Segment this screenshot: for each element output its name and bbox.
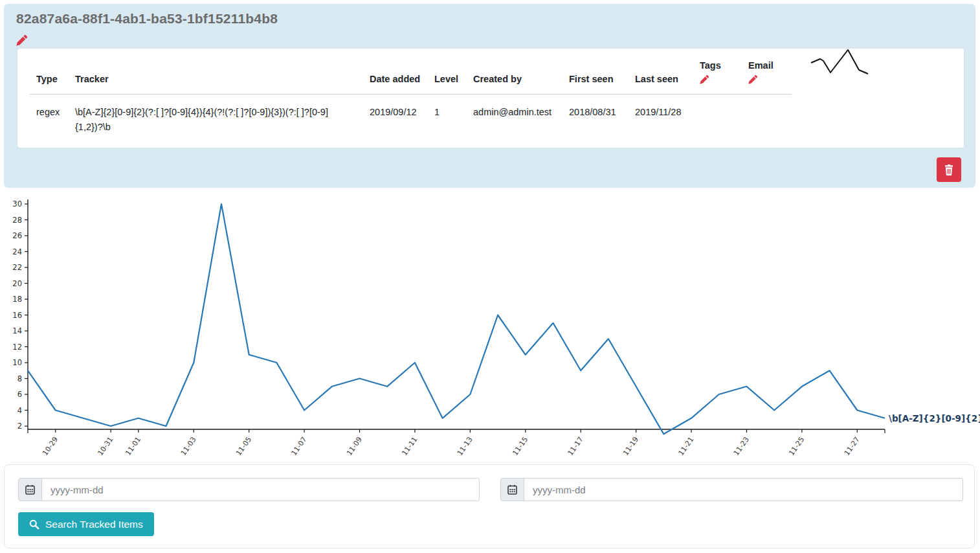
x-tick-label: 11-03 <box>179 435 198 457</box>
col-header-first-seen: First seen <box>562 49 629 95</box>
date-from-addon <box>18 478 42 501</box>
tags-label: Tags <box>700 60 721 71</box>
x-tick-label: 11-19 <box>621 435 640 457</box>
edit-tracker-pencil-icon[interactable] <box>16 35 27 46</box>
date-from-input[interactable] <box>42 478 480 501</box>
col-header-tags: Tags <box>693 49 742 95</box>
tracked-items-chart-svg: 2468101214161820222426283010-2910-3111-0… <box>0 194 980 463</box>
cell-tracker: \b[A-Z]{2}[0-9]{2}(?:[ ]?[0-9]{4}){4}(?!… <box>69 95 363 135</box>
col-header-email: Email <box>742 49 792 95</box>
y-tick-label: 4 <box>17 406 22 415</box>
date-from-group <box>18 478 480 501</box>
y-tick-label: 20 <box>12 279 22 288</box>
col-header-level: Level <box>428 49 467 95</box>
y-tick-label: 28 <box>12 216 22 225</box>
date-to-addon <box>500 478 524 501</box>
cell-last-seen: 2019/11/28 <box>629 95 693 135</box>
cell-type: regex <box>30 95 69 135</box>
col-header-date-added: Date added <box>363 49 428 95</box>
y-tick-label: 30 <box>12 199 22 209</box>
x-tick-label: 11-21 <box>677 435 696 457</box>
x-tick-label: 11-09 <box>345 435 364 457</box>
cell-tags <box>693 95 742 135</box>
x-tick-label: 11-05 <box>234 435 253 457</box>
cell-date-added: 2019/09/12 <box>363 95 428 135</box>
delete-tracker-button[interactable] <box>937 157 961 182</box>
search-icon <box>29 519 39 530</box>
x-tick-label: 10-29 <box>41 435 60 457</box>
x-tick-label: 11-07 <box>290 435 309 457</box>
date-to-input[interactable] <box>524 478 963 501</box>
edit-email-pencil-icon[interactable] <box>748 75 757 84</box>
trash-icon <box>944 164 954 175</box>
page-title: 82a87a6a-88f1-4ab1-ba53-1bf15211b4b8 <box>16 11 278 27</box>
search-button-label: Search Tracked Items <box>45 519 143 530</box>
x-tick-label: 11-11 <box>400 435 419 457</box>
tracker-row: regex \b[A-Z]{2}[0-9]{2}(?:[ ]?[0-9]{4})… <box>30 95 792 135</box>
cell-created-by: admin@admin.test <box>467 95 562 135</box>
sparkline-path <box>811 50 868 74</box>
y-tick-label: 24 <box>12 247 22 256</box>
x-tick-label: 11-25 <box>787 435 806 457</box>
series-end-label: \b[A-Z]{2}[0-9]{2}(?:[ ] <box>889 413 980 423</box>
col-header-last-seen: Last seen <box>629 49 693 95</box>
col-header-type: Type <box>30 49 69 95</box>
y-tick-label: 14 <box>12 326 22 335</box>
tracker-table: Type Tracker Date added Level Created by… <box>30 49 792 135</box>
tracked-items-chart: 2468101214161820222426283010-2910-3111-0… <box>0 194 980 463</box>
y-tick-label: 2 <box>17 422 22 431</box>
col-header-tracker: Tracker <box>69 49 363 95</box>
x-tick-label: 11-27 <box>843 435 862 457</box>
search-tracked-items-button[interactable]: Search Tracked Items <box>18 512 154 536</box>
x-tick-label: 11-17 <box>566 435 585 457</box>
x-tick-label: 11-15 <box>511 435 529 457</box>
cell-first-seen: 2018/08/31 <box>562 95 629 135</box>
table-header-row: Type Tracker Date added Level Created by… <box>30 49 792 95</box>
y-tick-label: 22 <box>12 263 22 272</box>
activity-sparkline <box>794 49 884 82</box>
y-tick-label: 18 <box>12 295 22 304</box>
timeline-series-line <box>28 204 885 434</box>
y-tick-label: 8 <box>17 374 22 383</box>
cell-level: 1 <box>428 95 467 135</box>
date-to-group <box>500 478 963 501</box>
email-label: Email <box>748 60 774 71</box>
tracker-panel: 82a87a6a-88f1-4ab1-ba53-1bf15211b4b8 Typ… <box>4 4 975 188</box>
y-tick-label: 10 <box>12 358 22 367</box>
tracker-card: Type Tracker Date added Level Created by… <box>17 49 964 148</box>
y-tick-label: 26 <box>12 231 22 240</box>
y-tick-label: 12 <box>12 343 22 352</box>
edit-tags-pencil-icon[interactable] <box>700 75 709 84</box>
x-tick-label: 11-01 <box>124 435 142 457</box>
cell-email <box>742 95 792 135</box>
x-tick-label: 10-31 <box>96 435 115 457</box>
x-tick-label: 11-23 <box>732 435 751 457</box>
x-tick-label: 11-13 <box>456 435 474 457</box>
col-header-created-by: Created by <box>467 49 562 95</box>
y-tick-label: 6 <box>17 390 22 399</box>
search-panel: Search Tracked Items <box>4 464 975 548</box>
calendar-icon <box>507 484 517 495</box>
y-tick-label: 16 <box>12 311 22 320</box>
calendar-icon <box>25 484 35 495</box>
